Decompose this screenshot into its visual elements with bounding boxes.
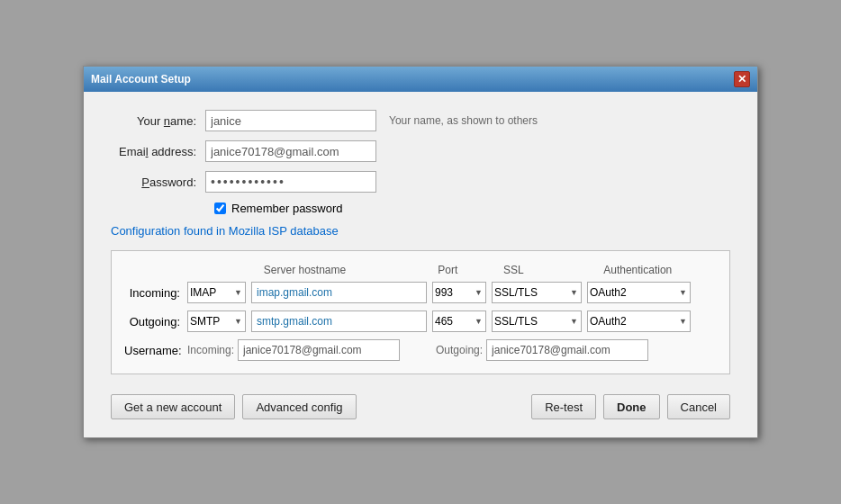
cancel-button[interactable]: Cancel [667, 394, 730, 419]
outgoing-username-group: Outgoing: [436, 339, 648, 361]
server-headers: Server hostname Port SSL Authentication [124, 264, 717, 276]
outgoing-ssl-select[interactable]: SSL/TLS STARTTLS None [492, 310, 582, 332]
incoming-username-sublabel: Incoming: [187, 344, 234, 356]
incoming-protocol-wrapper: IMAP POP3 [187, 282, 246, 303]
incoming-ssl-select[interactable]: SSL/TLS STARTTLS None [492, 282, 582, 303]
footer-right-buttons: Re-test Done Cancel [531, 394, 730, 419]
server-panel: Server hostname Port SSL Authentication … [111, 250, 730, 374]
incoming-host-input[interactable] [251, 282, 427, 303]
email-label: Email address: [111, 145, 205, 158]
outgoing-auth-select[interactable]: OAuth2 Normal password Kerberos/GSSAPI [587, 310, 691, 332]
title-bar: Mail Account Setup ✕ [84, 67, 757, 92]
auth-header: Authentication [603, 264, 717, 276]
password-label: Password: [111, 176, 205, 189]
incoming-username-input[interactable] [238, 339, 400, 361]
outgoing-username-input[interactable] [486, 339, 648, 361]
outgoing-auth-wrapper: OAuth2 Normal password Kerberos/GSSAPI [587, 310, 691, 332]
ssl-header: SSL [503, 264, 603, 276]
password-input[interactable] [205, 171, 376, 193]
outgoing-ssl-wrapper: SSL/TLS STARTTLS None [492, 310, 582, 332]
incoming-port-wrapper: 993 143 [432, 282, 486, 303]
footer-buttons: Get a new account Advanced config Re-tes… [111, 389, 730, 419]
advanced-config-button[interactable]: Advanced config [242, 394, 356, 419]
window-title: Mail Account Setup [91, 73, 191, 86]
email-input[interactable] [205, 140, 376, 162]
name-hint: Your name, as shown to others [389, 114, 538, 127]
incoming-label: Incoming: [124, 286, 187, 300]
done-button[interactable]: Done [603, 394, 660, 419]
close-button[interactable]: ✕ [734, 71, 750, 87]
outgoing-label: Outgoing: [124, 315, 187, 328]
username-row: Username: Incoming: Outgoing: [124, 339, 717, 361]
outgoing-server-row: Outgoing: SMTP 465 587 SSL/TLS [124, 310, 717, 332]
remember-password-label: Remember password [231, 202, 343, 215]
outgoing-protocol-wrapper: SMTP [187, 310, 246, 332]
incoming-auth-select[interactable]: OAuth2 Normal password Kerberos/GSSAPI [587, 282, 691, 303]
outgoing-port-select[interactable]: 465 587 [432, 310, 486, 332]
config-status: Configuration found in Mozilla ISP datab… [111, 224, 730, 238]
outgoing-host-input[interactable] [251, 310, 427, 332]
name-input[interactable] [205, 110, 376, 131]
get-new-account-button[interactable]: Get a new account [111, 394, 235, 419]
incoming-auth-wrapper: OAuth2 Normal password Kerberos/GSSAPI [587, 282, 691, 303]
email-row: Email address: [111, 140, 730, 162]
footer-left-buttons: Get a new account Advanced config [111, 394, 357, 419]
password-row: Password: [111, 171, 730, 193]
outgoing-username-sublabel: Outgoing: [436, 344, 483, 356]
outgoing-protocol-select[interactable]: SMTP [187, 310, 246, 332]
name-row: Your name: Your name, as shown to others [111, 110, 730, 131]
remember-password-checkbox[interactable] [214, 202, 226, 214]
outgoing-port-wrapper: 465 587 [432, 310, 486, 332]
incoming-port-select[interactable]: 993 143 [432, 282, 486, 303]
mail-account-setup-window: Mail Account Setup ✕ Your name: Your nam… [83, 66, 758, 438]
incoming-server-row: Incoming: IMAP POP3 993 143 SSL [124, 282, 717, 303]
username-label: Username: [124, 344, 187, 357]
hostname-header: Server hostname [264, 264, 439, 276]
incoming-ssl-wrapper: SSL/TLS STARTTLS None [492, 282, 582, 303]
remember-password-row: Remember password [214, 202, 730, 215]
incoming-protocol-select[interactable]: IMAP POP3 [187, 282, 246, 303]
retest-button[interactable]: Re-test [531, 394, 596, 419]
name-label: Your name: [111, 114, 205, 128]
port-header: Port [438, 264, 503, 276]
